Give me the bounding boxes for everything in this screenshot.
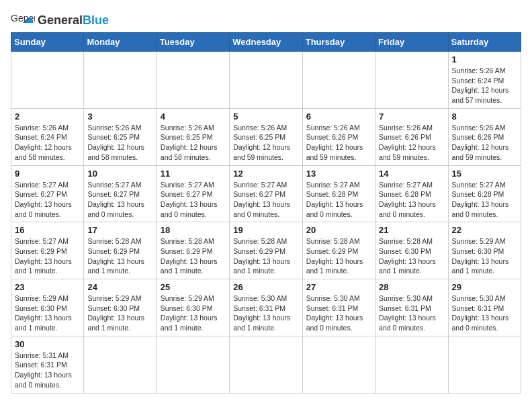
day-info: Sunrise: 5:30 AM Sunset: 6:31 PM Dayligh… — [233, 293, 298, 333]
calendar-cell: 25Sunrise: 5:29 AM Sunset: 6:30 PM Dayli… — [157, 279, 229, 336]
day-number: 21 — [379, 225, 444, 235]
day-info: Sunrise: 5:26 AM Sunset: 6:24 PM Dayligh… — [15, 123, 80, 163]
day-info: Sunrise: 5:26 AM Sunset: 6:26 PM Dayligh… — [379, 123, 444, 163]
calendar-cell: 4Sunrise: 5:26 AM Sunset: 6:25 PM Daylig… — [157, 108, 229, 165]
calendar-cell: 27Sunrise: 5:30 AM Sunset: 6:31 PM Dayli… — [302, 279, 375, 336]
weekday-header-thursday: Thursday — [302, 33, 375, 52]
day-number: 1 — [452, 54, 517, 64]
day-number: 18 — [161, 225, 226, 235]
day-number: 25 — [161, 282, 226, 292]
day-info: Sunrise: 5:31 AM Sunset: 6:31 PM Dayligh… — [15, 351, 80, 390]
day-info: Sunrise: 5:30 AM Sunset: 6:31 PM Dayligh… — [379, 293, 444, 333]
calendar-cell: 2Sunrise: 5:26 AM Sunset: 6:24 PM Daylig… — [11, 108, 84, 165]
weekday-header-friday: Friday — [375, 33, 448, 52]
weekday-header-tuesday: Tuesday — [157, 33, 229, 52]
calendar-cell: 15Sunrise: 5:27 AM Sunset: 6:28 PM Dayli… — [448, 165, 521, 222]
calendar-cell: 13Sunrise: 5:27 AM Sunset: 6:28 PM Dayli… — [302, 165, 375, 222]
day-info: Sunrise: 5:26 AM Sunset: 6:26 PM Dayligh… — [452, 123, 517, 163]
calendar-cell: 30Sunrise: 5:31 AM Sunset: 6:31 PM Dayli… — [11, 336, 84, 393]
day-number: 14 — [379, 169, 444, 179]
calendar-cell: 24Sunrise: 5:29 AM Sunset: 6:30 PM Dayli… — [84, 279, 157, 336]
day-info: Sunrise: 5:26 AM Sunset: 6:24 PM Dayligh… — [452, 66, 517, 105]
calendar-cell — [84, 52, 157, 109]
calendar-table: SundayMondayTuesdayWednesdayThursdayFrid… — [11, 32, 521, 394]
day-info: Sunrise: 5:27 AM Sunset: 6:27 PM Dayligh… — [15, 180, 80, 220]
calendar-week-row: 16Sunrise: 5:27 AM Sunset: 6:29 PM Dayli… — [11, 222, 521, 279]
day-number: 6 — [306, 111, 371, 122]
calendar-cell: 10Sunrise: 5:27 AM Sunset: 6:27 PM Dayli… — [84, 165, 157, 222]
calendar-cell: 6Sunrise: 5:26 AM Sunset: 6:26 PM Daylig… — [302, 108, 375, 165]
calendar-cell: 9Sunrise: 5:27 AM Sunset: 6:27 PM Daylig… — [11, 165, 84, 222]
calendar-cell — [375, 52, 448, 109]
day-number: 30 — [15, 339, 80, 349]
calendar-cell — [302, 52, 375, 109]
day-info: Sunrise: 5:28 AM Sunset: 6:29 PM Dayligh… — [233, 236, 298, 276]
logo-text: GeneralBlue — [38, 13, 109, 27]
calendar-cell: 19Sunrise: 5:28 AM Sunset: 6:29 PM Dayli… — [230, 222, 302, 279]
day-number: 23 — [15, 282, 80, 292]
calendar-week-row: 23Sunrise: 5:29 AM Sunset: 6:30 PM Dayli… — [11, 279, 521, 336]
calendar-cell: 28Sunrise: 5:30 AM Sunset: 6:31 PM Dayli… — [375, 279, 448, 336]
day-info: Sunrise: 5:29 AM Sunset: 6:30 PM Dayligh… — [15, 293, 80, 333]
day-info: Sunrise: 5:28 AM Sunset: 6:30 PM Dayligh… — [379, 236, 444, 276]
calendar-cell: 1Sunrise: 5:26 AM Sunset: 6:24 PM Daylig… — [448, 52, 521, 109]
weekday-header-saturday: Saturday — [448, 33, 521, 52]
calendar-week-row: 1Sunrise: 5:26 AM Sunset: 6:24 PM Daylig… — [11, 52, 521, 109]
calendar-cell: 21Sunrise: 5:28 AM Sunset: 6:30 PM Dayli… — [375, 222, 448, 279]
day-number: 3 — [87, 111, 152, 122]
weekday-header-sunday: Sunday — [11, 33, 84, 52]
calendar-cell: 23Sunrise: 5:29 AM Sunset: 6:30 PM Dayli… — [11, 279, 84, 336]
weekday-header-wednesday: Wednesday — [230, 33, 302, 52]
day-info: Sunrise: 5:29 AM Sunset: 6:30 PM Dayligh… — [161, 293, 226, 333]
day-number: 26 — [233, 282, 298, 292]
calendar-cell: 8Sunrise: 5:26 AM Sunset: 6:26 PM Daylig… — [448, 108, 521, 165]
day-number: 17 — [87, 225, 152, 235]
day-info: Sunrise: 5:27 AM Sunset: 6:28 PM Dayligh… — [379, 180, 444, 220]
day-number: 5 — [233, 111, 298, 122]
day-number: 9 — [15, 169, 80, 179]
day-number: 15 — [452, 169, 517, 179]
calendar-cell: 22Sunrise: 5:29 AM Sunset: 6:30 PM Dayli… — [448, 222, 521, 279]
day-info: Sunrise: 5:28 AM Sunset: 6:29 PM Dayligh… — [161, 236, 226, 276]
calendar-cell — [157, 52, 229, 109]
day-number: 10 — [87, 169, 152, 179]
day-number: 19 — [233, 225, 298, 235]
day-info: Sunrise: 5:29 AM Sunset: 6:30 PM Dayligh… — [452, 236, 517, 276]
calendar-cell: 11Sunrise: 5:27 AM Sunset: 6:27 PM Dayli… — [157, 165, 229, 222]
day-info: Sunrise: 5:26 AM Sunset: 6:25 PM Dayligh… — [87, 123, 152, 163]
calendar-week-row: 2Sunrise: 5:26 AM Sunset: 6:24 PM Daylig… — [11, 108, 521, 165]
calendar-cell: 16Sunrise: 5:27 AM Sunset: 6:29 PM Dayli… — [11, 222, 84, 279]
day-number: 12 — [233, 169, 298, 179]
day-info: Sunrise: 5:27 AM Sunset: 6:28 PM Dayligh… — [306, 180, 371, 220]
calendar-header: SundayMondayTuesdayWednesdayThursdayFrid… — [11, 33, 521, 52]
day-info: Sunrise: 5:30 AM Sunset: 6:31 PM Dayligh… — [452, 293, 517, 333]
day-number: 2 — [15, 111, 80, 122]
day-number: 28 — [379, 282, 444, 292]
day-info: Sunrise: 5:27 AM Sunset: 6:27 PM Dayligh… — [87, 180, 152, 220]
day-info: Sunrise: 5:26 AM Sunset: 6:26 PM Dayligh… — [306, 123, 371, 163]
calendar-cell: 17Sunrise: 5:28 AM Sunset: 6:29 PM Dayli… — [84, 222, 157, 279]
calendar-cell: 29Sunrise: 5:30 AM Sunset: 6:31 PM Dayli… — [448, 279, 521, 336]
calendar-cell: 26Sunrise: 5:30 AM Sunset: 6:31 PM Dayli… — [230, 279, 302, 336]
logo-icon: General — [11, 11, 35, 30]
weekday-header-monday: Monday — [84, 33, 157, 52]
day-info: Sunrise: 5:29 AM Sunset: 6:30 PM Dayligh… — [87, 293, 152, 333]
calendar-cell — [375, 336, 448, 393]
page-header: General GeneralBlue — [11, 11, 521, 30]
calendar-cell: 18Sunrise: 5:28 AM Sunset: 6:29 PM Dayli… — [157, 222, 229, 279]
day-number: 20 — [306, 225, 371, 235]
calendar-cell — [448, 336, 521, 393]
day-info: Sunrise: 5:26 AM Sunset: 6:25 PM Dayligh… — [233, 123, 298, 163]
day-number: 24 — [87, 282, 152, 292]
day-number: 29 — [452, 282, 517, 292]
day-number: 16 — [15, 225, 80, 235]
day-info: Sunrise: 5:28 AM Sunset: 6:29 PM Dayligh… — [87, 236, 152, 276]
calendar-cell — [84, 336, 157, 393]
calendar-cell — [230, 52, 302, 109]
calendar-cell: 7Sunrise: 5:26 AM Sunset: 6:26 PM Daylig… — [375, 108, 448, 165]
calendar-cell — [11, 52, 84, 109]
day-info: Sunrise: 5:26 AM Sunset: 6:25 PM Dayligh… — [161, 123, 226, 163]
calendar-week-row: 9Sunrise: 5:27 AM Sunset: 6:27 PM Daylig… — [11, 165, 521, 222]
calendar-cell — [157, 336, 229, 393]
calendar-cell: 3Sunrise: 5:26 AM Sunset: 6:25 PM Daylig… — [84, 108, 157, 165]
